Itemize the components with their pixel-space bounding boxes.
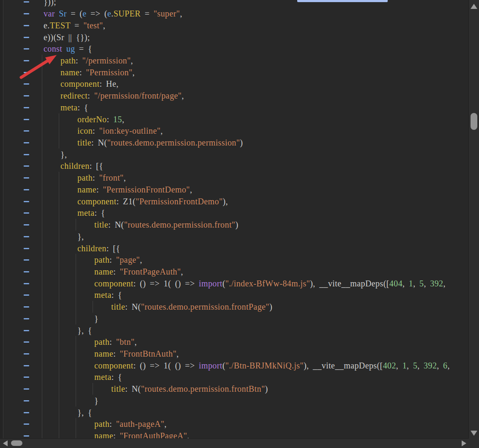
code-line: path: "/permission", (0, 55, 469, 66)
token-default: : (93, 126, 99, 135)
code-line-text: } (94, 313, 99, 324)
indent-guide (76, 371, 76, 383)
indent-guide (42, 207, 42, 219)
token-default: , (132, 68, 134, 77)
token-default: = { (75, 44, 92, 53)
code-line: icon: "ion:key-outline", (0, 125, 469, 137)
gutter-dash-marker-icon (24, 95, 29, 96)
indent-guide (42, 324, 42, 336)
code-line: title: N("routes.demo.permission.permiss… (0, 137, 469, 148)
code-line-text: path: "/permission", (60, 55, 133, 66)
code-line-text: meta: { (60, 102, 88, 113)
horizontal-scrollbar[interactable] (0, 438, 469, 448)
code-line-text: name: "FrontPageAuth", (94, 266, 183, 278)
indent-guide (76, 348, 76, 360)
gutter-dash-marker-icon (24, 107, 29, 108)
indent-guide (59, 360, 59, 371)
gutter-dash-marker-icon (24, 294, 29, 296)
scroll-right-icon[interactable] (462, 440, 466, 446)
left-edge-strip (0, 0, 3, 439)
code-line: var Sr = (e => (e.SUPER = "super", (0, 8, 469, 19)
gutter-dash-marker-icon (24, 236, 29, 237)
code-line: } (0, 395, 469, 407)
indent-guide (42, 242, 42, 254)
token-ident: e (82, 9, 86, 18)
code-line-text: path: "btn", (94, 336, 137, 348)
token-string: "routes.demo.permission.front" (124, 220, 235, 229)
indent-guide (76, 313, 76, 324)
token-default: ), __vite__mapDeps([ (310, 279, 389, 288)
code-line: children: [{ (0, 160, 469, 172)
code-line-text: title: N("routes.demo.permission.permiss… (77, 137, 243, 148)
token-default: : N( (125, 384, 141, 393)
token-default: : [{ (90, 161, 103, 170)
gutter-dash-marker-icon (24, 283, 29, 284)
token-string: "FrontBtnAuth" (120, 349, 176, 358)
indent-guide (59, 231, 59, 242)
token-key: path (94, 255, 109, 264)
left-edge-border (3, 0, 3, 439)
token-keyword: const (44, 44, 62, 53)
indent-guide (76, 278, 76, 289)
token-default: = (141, 9, 153, 18)
indent-guide (42, 348, 42, 360)
gutter-dash-marker-icon (24, 177, 29, 179)
gutter-dash-marker-icon (24, 37, 29, 38)
code-line-text: }, (60, 148, 67, 160)
token-number: 404 (389, 279, 402, 288)
scroll-up-icon[interactable] (471, 4, 477, 9)
gutter-dash-marker-icon (24, 412, 29, 413)
token-default: : () => 1( () => (133, 279, 199, 288)
code-line: const ug = { (0, 43, 469, 55)
token-key: children (77, 244, 107, 253)
indent-guide (59, 336, 59, 348)
token-default: ) (265, 384, 268, 393)
indent-guide (76, 301, 76, 313)
top-accent-bar (297, 0, 388, 2)
token-default: : (109, 419, 116, 429)
indent-guide (42, 90, 42, 102)
token-number: 5 (413, 361, 417, 370)
token-default: , (407, 361, 413, 370)
token-number: 392 (430, 279, 443, 288)
code-line: }, (0, 148, 469, 160)
vertical-scrollbar-thumb[interactable] (471, 113, 477, 130)
token-default: }, { (77, 408, 92, 417)
token-default: , (402, 279, 409, 288)
gutter-dash-marker-icon (24, 1, 29, 3)
code-line-text: icon: "ion:key-outline", (77, 125, 163, 137)
token-default: , (140, 255, 142, 264)
token-default: , (443, 279, 445, 288)
gutter-dash-marker-icon (24, 189, 29, 190)
token-default: , (413, 279, 419, 288)
code-line: }, { (0, 324, 469, 336)
indent-guide (42, 430, 42, 439)
vertical-scrollbar[interactable] (468, 0, 479, 448)
gutter-dash-marker-icon (24, 60, 29, 61)
token-string: "page" (116, 255, 140, 264)
indent-guide (42, 137, 42, 148)
code-line: orderNo: 15, (0, 113, 469, 125)
code-line: component: () => 1( () => import("./Btn-… (0, 360, 469, 371)
code-line: path: "auth-pageA", (0, 418, 469, 430)
code-line-text: e))(Sr || {}); (44, 31, 90, 43)
token-key: children (60, 161, 90, 170)
token-default: : { (94, 208, 105, 217)
token-key: name (77, 185, 96, 194)
indent-guide (93, 301, 93, 313)
indent-guide (59, 383, 59, 395)
indent-guide (59, 137, 59, 148)
token-number: 402 (383, 361, 396, 370)
token-key: name (94, 267, 113, 276)
code-line: component: He, (0, 78, 469, 90)
code-line: })); (0, 0, 469, 8)
horizontal-scrollbar-thumb[interactable] (11, 440, 22, 446)
token-default: } (94, 396, 99, 405)
scroll-down-icon[interactable] (471, 431, 477, 436)
gutter-dash-marker-icon (24, 25, 29, 26)
indent-guide (76, 336, 76, 348)
token-default: e. (44, 21, 50, 30)
token-string: "PermissionFrontDemo" (136, 197, 223, 206)
indent-guide (76, 418, 76, 430)
scroll-left-icon[interactable] (3, 440, 8, 446)
